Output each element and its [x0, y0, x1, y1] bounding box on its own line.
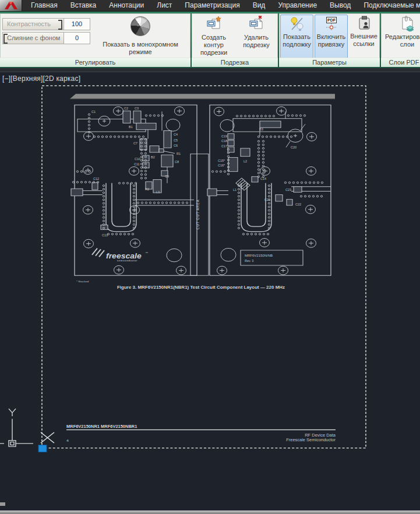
menu-item-1[interactable]: Вставка: [64, 0, 103, 11]
component-label-R2: R2: [145, 187, 149, 191]
panel-title-adjust[interactable]: Регулировать: [0, 58, 190, 67]
left-serpentine-trace: [106, 183, 136, 232]
footer-doc-line1: RF Device Data: [305, 433, 336, 437]
menu-bar: ГлавнаяВставкаАннотацииЛистПараметризаци…: [0, 0, 420, 12]
fade-value-field[interactable]: 0: [64, 32, 90, 44]
component-label-L2: L2: [243, 159, 247, 163]
edit-layers-label: Редактировать слои: [385, 33, 420, 48]
component-label-B2: B2: [151, 156, 155, 159]
menu-item-7[interactable]: Вывод: [323, 0, 357, 11]
autocad-logo-icon: [3, 1, 19, 10]
edit-layers-button[interactable]: Редактировать слои: [382, 15, 420, 48]
selection-grip[interactable]: [38, 445, 47, 452]
component-label-C5: C5: [174, 139, 178, 142]
ucs-y-glyph: [9, 409, 16, 416]
show-underlay-button[interactable]: Показать подложку: [280, 15, 313, 59]
fade-slider[interactable]: Слияние с фоном: [2, 32, 64, 44]
component-label-C19: C19: [221, 134, 227, 138]
create-clip-label: Создать контур подрезки: [200, 34, 227, 56]
component-label-R1: R1: [177, 152, 181, 155]
figure-caption: Figure 3. MRF6V2150NR1(NBR1) Test Circui…: [117, 285, 285, 289]
ucs-icon: [0, 409, 33, 446]
panel-pdf-layers: Редактировать слои Слои PDF: [381, 13, 420, 67]
fade-slider-handle[interactable]: [3, 34, 8, 44]
corner-fragment: [0, 502, 5, 506]
component-label-C8: C8: [175, 160, 179, 164]
monochrome-button[interactable]: Показать в монохромном режиме: [91, 15, 189, 59]
ribbon: Контрастность 100 Слияние с фоном 0 Пока…: [0, 12, 420, 68]
freescale-chevron-icon: [92, 248, 104, 257]
menu-item-3[interactable]: Лист: [150, 0, 178, 11]
menu-item-2[interactable]: Аннотации: [103, 0, 150, 11]
menu-item-8[interactable]: Подключаемые модули: [357, 0, 420, 11]
component-label-C4: C4: [174, 133, 178, 137]
drawing-canvas[interactable]: [−][Верхняя][2D каркас]: [0, 68, 420, 511]
edit-layers-icon: [399, 16, 415, 31]
panel-title-pdf-layers[interactable]: Слои PDF: [381, 58, 420, 67]
contrast-control: Контрастность 100: [2, 18, 90, 30]
stacked-note: * Stacked: [76, 281, 89, 283]
board-label-line1: MRF6V2150N/NB: [245, 254, 273, 258]
ribbon-tab-row: ГлавнаяВставкаАннотацииЛистПараметризаци…: [24, 0, 420, 11]
component-label-C20: C20: [291, 146, 297, 149]
enable-snap-button[interactable]: PDF Включить привязку: [315, 15, 348, 59]
application-window: ГлавнаяВставкаАннотацииЛистПараметризаци…: [0, 0, 420, 514]
board-label-box: [241, 250, 303, 265]
right-board-outline: [210, 105, 331, 275]
right-serpentine-trace: [241, 183, 271, 232]
monochrome-wheel-icon: [130, 16, 150, 36]
command-window-edge[interactable]: [0, 511, 420, 514]
create-clip-button[interactable]: Создать контур подрезки: [193, 15, 235, 56]
panel-title-clip[interactable]: Подрезка: [192, 58, 278, 67]
contrast-slider[interactable]: Контрастность: [2, 18, 64, 30]
component-label-C18: C18: [221, 140, 227, 143]
component-label-C3: C3: [135, 107, 139, 110]
component-label-C9: C9: [165, 175, 169, 178]
menu-item-6[interactable]: Управление: [271, 0, 323, 11]
remove-clip-button[interactable]: Удалить подрезку: [236, 15, 277, 49]
component-label-C22: C22: [295, 203, 301, 206]
remove-clip-icon: [248, 16, 264, 32]
show-underlay-label: Показать подложку: [283, 33, 311, 48]
pcb-layout: [71, 105, 331, 275]
panel-clip: Создать контур подрезки Удалить подрезку…: [192, 13, 278, 67]
fade-label: Слияние с фоном: [7, 34, 60, 41]
component-label-C16: C16*: [218, 164, 225, 167]
component-label-L1: L1: [233, 189, 237, 192]
fixture-bar: [70, 94, 335, 99]
component-label-C21: C21: [264, 198, 270, 201]
cutout-label: CUT OUT AREA: [196, 199, 200, 229]
component-label-B1: B1: [129, 126, 133, 129]
menu-item-0[interactable]: Главная: [24, 0, 64, 11]
pdf-badge-text: PDF: [327, 18, 336, 22]
panel-title-options[interactable]: Параметры: [279, 58, 380, 67]
monochrome-label: Показать в монохромном режиме: [103, 41, 178, 55]
component-label-C23: C23: [285, 189, 291, 192]
component-label-C2: C2: [124, 107, 128, 110]
component-label-C12: C12: [93, 178, 99, 181]
contrast-label: Контрастность: [7, 20, 51, 27]
external-refs-label: Внешние ссылки: [350, 33, 377, 47]
contrast-value-field[interactable]: 100: [64, 18, 90, 30]
footer-doc-line2: Freescale Semiconductor: [286, 438, 336, 442]
pdf-underlay-drawing: C1C2C3B1C4C5C6C7B2R1C8C10C11C9C12R2L3C13…: [0, 68, 420, 511]
pick-marker-icon: [41, 433, 54, 443]
component-label-C17: C17: [221, 144, 227, 148]
pdf-snap-icon: PDF: [324, 16, 339, 31]
contrast-slider-handle[interactable]: [58, 20, 62, 30]
component-label-C10: C10: [135, 157, 140, 161]
menu-item-5[interactable]: Вид: [246, 0, 272, 11]
component-label-C7: C7: [133, 141, 137, 145]
component-label-C11: C11: [134, 163, 140, 166]
external-refs-button[interactable]: Внешние ссылки: [349, 15, 379, 48]
freescale-logo-text: freescale: [106, 252, 142, 260]
panel-adjust: Контрастность 100 Слияние с фоном 0 Пока…: [0, 13, 190, 67]
component-label-B3: B3: [259, 127, 263, 131]
app-logo-button[interactable]: [0, 0, 22, 11]
freescale-sub-text: semiconductor: [117, 260, 137, 262]
footer-part-numbers: MRF6V2150NR1 MRF6V2150NBR1: [66, 424, 137, 428]
menu-item-4[interactable]: Параметризация: [178, 0, 246, 11]
fade-control: Слияние с фоном 0: [2, 32, 90, 44]
create-clip-icon: [206, 16, 222, 32]
freescale-tm: ™: [145, 251, 148, 254]
